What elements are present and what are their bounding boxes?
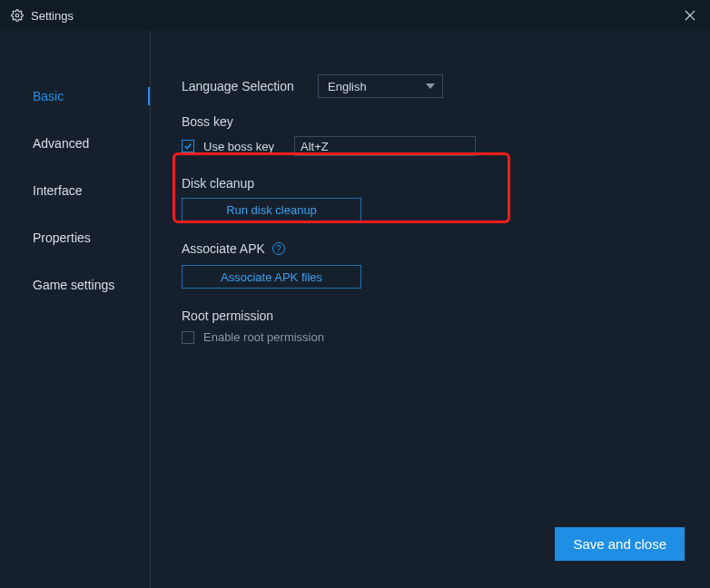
button-label: Save and close [573,536,666,552]
disk-cleanup-group: Disk cleanup Run disk cleanup [182,176,683,221]
sidebar-item-basic[interactable]: Basic [0,76,150,116]
window-title: Settings [31,9,74,23]
body: Basic Advanced Interface Properties Game… [0,31,710,588]
save-and-close-button[interactable]: Save and close [555,527,685,561]
button-label: Associate APK files [221,270,322,284]
root-permission-title: Root permission [182,309,683,323]
language-label: Language Selection [182,79,318,93]
sidebar-item-game-settings[interactable]: Game settings [0,265,150,305]
sidebar-item-label: Properties [33,230,91,245]
sidebar-item-interface[interactable]: Interface [0,171,150,211]
language-dropdown[interactable]: English [318,74,443,98]
close-button[interactable] [681,6,699,24]
chevron-down-icon [426,82,435,91]
root-permission-row: Enable root permission [182,330,683,344]
boss-key-checkbox-label: Use boss key [203,140,274,153]
root-permission-group: Root permission Enable root permission [182,309,683,344]
titlebar: Settings [0,0,710,31]
sidebar: Basic Advanced Interface Properties Game… [0,31,151,588]
help-icon[interactable]: ? [272,242,285,255]
sidebar-item-properties[interactable]: Properties [0,218,150,258]
associate-apk-title-row: Associate APK ? [182,241,683,256]
run-disk-cleanup-button[interactable]: Run disk cleanup [182,198,361,221]
sidebar-item-label: Advanced [33,136,89,151]
content: Language Selection English Boss key Use … [151,31,710,588]
boss-key-input[interactable] [294,136,476,156]
button-label: Run disk cleanup [226,203,317,217]
boss-key-checkbox[interactable] [182,140,194,152]
language-row: Language Selection English [182,74,683,98]
gear-icon [11,9,24,22]
associate-apk-button[interactable]: Associate APK files [182,265,361,289]
language-value: English [328,80,367,93]
boss-key-title: Boss key [182,114,683,129]
boss-key-row: Use boss key [182,136,683,156]
root-permission-checkbox-label: Enable root permission [203,330,324,344]
svg-marker-3 [426,83,435,89]
sidebar-item-label: Interface [33,183,82,198]
boss-key-group: Boss key Use boss key [182,114,683,156]
sidebar-item-label: Game settings [33,278,114,292]
sidebar-item-label: Basic [33,89,64,103]
associate-apk-title: Associate APK [182,241,265,256]
titlebar-left: Settings [11,9,74,23]
root-permission-checkbox[interactable] [182,331,194,344]
sidebar-item-advanced[interactable]: Advanced [0,123,150,163]
svg-point-0 [15,14,19,17]
disk-cleanup-title: Disk cleanup [182,176,683,191]
associate-apk-group: Associate APK ? Associate APK files [182,241,683,289]
